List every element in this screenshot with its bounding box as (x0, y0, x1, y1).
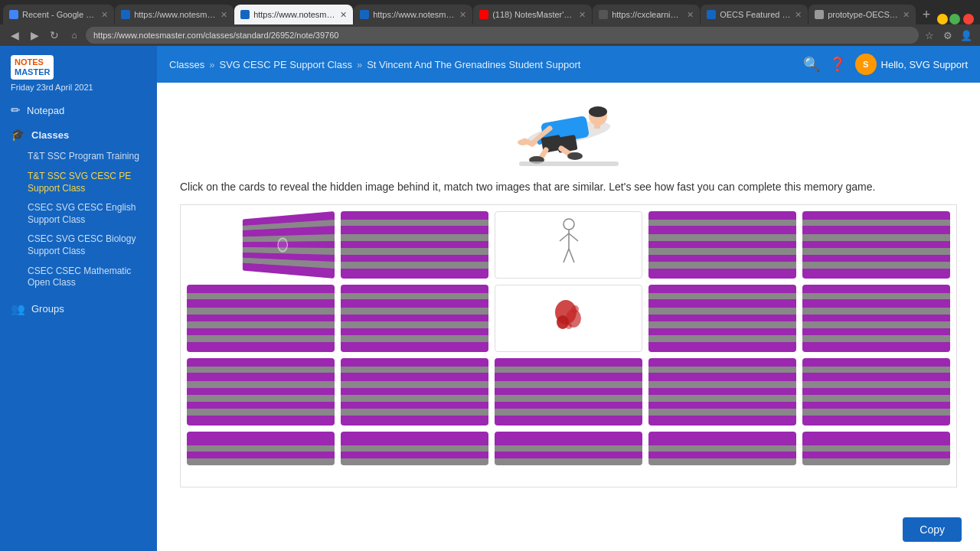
exercise-image (485, 95, 653, 171)
class-item-4[interactable]: CSEC SVG CESC Biology Support Class (0, 230, 157, 261)
memory-card-0-1[interactable] (341, 211, 488, 279)
tab-4-close[interactable]: ✕ (459, 10, 466, 20)
reload-button[interactable]: ↻ (46, 27, 63, 44)
memory-card-1-4[interactable] (802, 285, 950, 352)
instructions-text: Click on the cards to reveal the hidden … (180, 179, 957, 195)
exercise-image-container (157, 83, 980, 179)
url-bar[interactable]: https://www.notesmaster.com/classes/stan… (86, 27, 919, 44)
user-greeting: Hello, SVG Support (881, 59, 968, 70)
tab-5[interactable]: (118) NotesMaster's Num... ✕ (473, 5, 592, 24)
memory-card-2-2[interactable] (495, 358, 642, 425)
logo-master: MASTER (15, 67, 50, 77)
tab-8-title: prototype-OECS-HIFI-de... (828, 10, 899, 19)
sidebar-groups[interactable]: 👥 Groups (0, 296, 157, 322)
forward-button[interactable]: ▶ (26, 27, 43, 44)
groups-label: Groups (31, 303, 64, 315)
memory-card-3-4[interactable] (802, 432, 950, 465)
tab-1[interactable]: Recent - Google Drive ✕ (3, 5, 114, 24)
memory-card-2-3[interactable] (648, 358, 796, 425)
tab-1-title: Recent - Google Drive (22, 10, 97, 19)
sidebar-nav-classes[interactable]: 🎓 Classes (0, 122, 157, 147)
tab-6-title: https://cxclearninginstitu... (612, 10, 683, 19)
memory-card-3-2[interactable] (495, 432, 642, 465)
main-content: Click on the cards to reveal the hidden … (157, 83, 980, 551)
copy-button[interactable]: Copy (903, 517, 962, 542)
memory-card-3-3[interactable] (648, 432, 796, 465)
tab-3[interactable]: https://www.notesmaster... ✕ (234, 5, 353, 24)
memory-card-0-3[interactable] (648, 211, 796, 279)
memory-card-0-0[interactable] (243, 211, 335, 279)
tab-5-title: (118) NotesMaster's Num... (492, 10, 575, 19)
memory-card-0-2[interactable] (495, 211, 642, 279)
sidebar-logo: NOTES MASTER (0, 46, 157, 83)
browser-chrome: Recent - Google Drive ✕ https://www.note… (0, 0, 980, 46)
tab-1-close[interactable]: ✕ (101, 10, 108, 20)
svg-point-15 (518, 139, 528, 145)
help-icon[interactable]: ❓ (829, 56, 846, 73)
tab-5-close[interactable]: ✕ (579, 10, 586, 20)
class-item-2[interactable]: T&T SSC SVG CESC PE Support Class (0, 167, 157, 198)
tab-2[interactable]: https://www.notesmaster... ✕ (115, 5, 234, 24)
tab-6-close[interactable]: ✕ (687, 10, 694, 20)
tab-8[interactable]: prototype-OECS-HIFI-de... ✕ (808, 5, 916, 24)
bookmark-icon[interactable]: ☆ (922, 28, 937, 43)
new-tab-button[interactable]: + (916, 5, 936, 24)
tab-7-close[interactable]: ✕ (795, 10, 802, 20)
maximize-button[interactable] (949, 14, 960, 24)
profile-icon[interactable]: 👤 (959, 28, 974, 43)
class-item-3[interactable]: CSEC SVG CESC English Support Class (0, 198, 157, 230)
tab-3-title: https://www.notesmaster... (253, 10, 336, 19)
memory-card-3-0[interactable] (187, 432, 335, 465)
breadcrumb-sep-2: » (357, 59, 362, 70)
groups-icon: 👥 (11, 302, 25, 316)
close-button[interactable] (963, 14, 974, 24)
memory-card-1-1[interactable] (341, 285, 488, 352)
svg-line-20 (564, 249, 569, 262)
app-layout: NOTES MASTER Friday 23rd April 2021 ✏ No… (0, 46, 980, 551)
memory-card-1-2[interactable] (495, 285, 642, 352)
tab-4[interactable]: https://www.notesmaster... ✕ (354, 5, 472, 24)
memory-card-2-0[interactable] (187, 358, 335, 425)
svg-line-19 (569, 233, 578, 241)
memory-card-1-0[interactable] (187, 285, 335, 352)
classes-label: Classes (31, 129, 69, 141)
logo-notes: NOTES (15, 57, 50, 67)
tab-bar: Recent - Google Drive ✕ https://www.note… (0, 0, 980, 24)
svg-point-16 (564, 219, 574, 230)
svg-point-26 (566, 323, 572, 329)
home-button[interactable]: ⌂ (66, 27, 83, 44)
class-item-1[interactable]: T&T SSC Program Training (0, 147, 157, 167)
memory-card-2-1[interactable] (341, 358, 488, 425)
memory-card-2-4[interactable] (802, 358, 950, 425)
address-bar-row: ◀ ▶ ↻ ⌂ https://www.notesmaster.com/clas… (0, 24, 980, 46)
svg-rect-14 (519, 161, 619, 166)
breadcrumb-class-name[interactable]: SVG CESC PE Support Class (219, 59, 351, 70)
search-icon[interactable]: 🔍 (803, 56, 820, 73)
tab-2-close[interactable]: ✕ (220, 10, 227, 20)
memory-card-1-3[interactable] (648, 285, 796, 352)
svg-point-25 (571, 305, 579, 313)
breadcrumb-classes[interactable]: Classes (169, 59, 204, 70)
back-button[interactable]: ◀ (6, 27, 23, 44)
breadcrumb: Classes » SVG CESC PE Support Class » St… (169, 59, 580, 70)
content-wrapper: Classes » SVG CESC PE Support Class » St… (157, 46, 980, 551)
breadcrumb-page-name: St Vincent And The Grenadines Student Su… (367, 59, 580, 70)
sidebar-nav-notepad[interactable]: ✏ Notepad (0, 98, 157, 122)
minimize-button[interactable] (937, 14, 948, 24)
tab-6[interactable]: https://cxclearninginstitu... ✕ (593, 5, 700, 24)
sidebar-date: Friday 23rd April 2021 (0, 83, 157, 98)
tab-2-title: https://www.notesmaster... (134, 10, 217, 19)
logo-box: NOTES MASTER (11, 55, 54, 80)
tab-7[interactable]: OECS Featured Groups on... ✕ (701, 5, 808, 24)
settings-icon[interactable]: ⚙ (940, 28, 956, 43)
memory-card-0-4[interactable] (802, 211, 950, 279)
card-grid-container[interactable] (180, 204, 957, 487)
tab-3-close[interactable]: ✕ (340, 10, 347, 20)
tab-8-close[interactable]: ✕ (903, 10, 910, 20)
svg-point-3 (589, 106, 607, 117)
class-item-5[interactable]: CSEC CSEC Mathematic Open Class (0, 262, 157, 293)
classes-icon: 🎓 (11, 128, 25, 142)
memory-card-3-1[interactable] (341, 432, 488, 465)
user-info: S Hello, SVG Support (855, 54, 968, 75)
extensions-area: ☆ ⚙ 👤 (922, 28, 974, 43)
